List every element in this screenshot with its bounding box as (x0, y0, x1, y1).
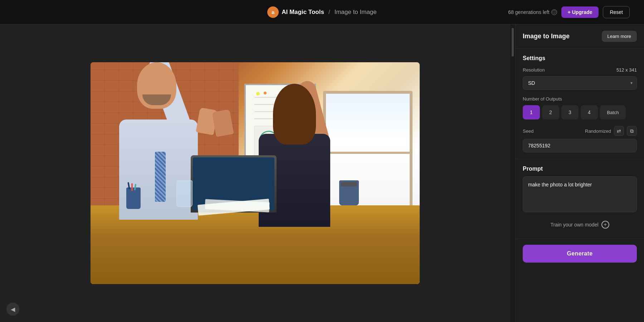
generations-counter: 68 generations left ⓘ (508, 9, 557, 15)
panel-header: Image to Image Learn more (523, 31, 637, 42)
canvas-scrollbar[interactable] (510, 24, 515, 322)
page-name: Image to Image (335, 9, 377, 16)
settings-label: Settings (523, 55, 637, 62)
nav-circle[interactable]: ◀ (6, 303, 19, 316)
num-outputs-label: Number of Outputs (523, 96, 637, 102)
seed-value-box[interactable]: 78255192 (523, 139, 637, 152)
canvas-area: ◀ (0, 24, 510, 322)
person-left-head (137, 62, 176, 109)
resolution-row: Resolution 512 x 341 (523, 67, 637, 73)
num-btn-batch[interactable]: Batch (600, 105, 626, 119)
resolution-label: Resolution (523, 67, 545, 73)
seed-right: Randomized ⇄ ⧉ (585, 126, 637, 136)
num-btn-1[interactable]: 1 (523, 105, 540, 119)
num-btn-2[interactable]: 2 (542, 105, 559, 119)
coffee-cup (339, 180, 359, 205)
main-content: ◀ Image to Image Learn more Settings Res… (0, 24, 644, 322)
prompt-label: Prompt (523, 166, 637, 172)
resolution-select-wrapper: SD HD Full HD ▾ (523, 76, 637, 90)
shuffle-icon: ⇄ (617, 128, 621, 134)
train-model-row[interactable]: Train your own model + (523, 219, 637, 232)
topbar-right: 68 generations left ⓘ + Upgrade Reset (508, 6, 630, 18)
app-icon: a (267, 6, 279, 18)
upgrade-button[interactable]: + Upgrade (561, 6, 599, 18)
settings-section: Settings Resolution 512 x 341 SD HD Full… (516, 49, 644, 159)
info-icon[interactable]: ⓘ (551, 9, 557, 15)
breadcrumb-separator: / (328, 9, 330, 16)
train-model-label: Train your own model (550, 222, 598, 228)
pen-holder (126, 187, 141, 209)
breadcrumb: a AI Magic Tools / Image to Image (267, 6, 377, 18)
water-glass (176, 180, 192, 207)
scroll-thumb (512, 28, 514, 57)
plus-icon: + (601, 221, 609, 229)
seed-row: Seed Randomized ⇄ ⧉ (523, 126, 637, 136)
seed-label: Seed (523, 128, 533, 134)
resolution-value: 512 x 341 (616, 67, 637, 73)
hand-right (212, 109, 234, 137)
right-panel: Image to Image Learn more Settings Resol… (515, 24, 644, 322)
prompt-textarea[interactable]: make the photo a lot brighter (523, 176, 637, 212)
learn-more-button[interactable]: Learn more (602, 31, 637, 42)
person-hair (273, 84, 316, 145)
topbar: a AI Magic Tools / Image to Image 68 gen… (0, 0, 644, 24)
seed-shuffle-button[interactable]: ⇄ (614, 126, 624, 136)
highfive-hands (198, 109, 234, 137)
generate-button[interactable]: Generate (523, 245, 637, 263)
num-btn-3[interactable]: 3 (561, 105, 579, 119)
resolution-select[interactable]: SD HD Full HD (523, 76, 637, 90)
tie (155, 152, 166, 202)
panel-header-section: Image to Image Learn more (516, 24, 644, 49)
seed-copy-button[interactable]: ⧉ (627, 126, 637, 136)
tool-name: AI Magic Tools (282, 9, 324, 16)
num-outputs-buttons: 1 2 3 4 Batch (523, 105, 637, 119)
panel-title: Image to Image (523, 33, 570, 40)
image-container[interactable] (91, 62, 420, 284)
reset-button[interactable]: Reset (603, 6, 630, 18)
num-btn-4[interactable]: 4 (581, 105, 598, 119)
generate-btn-wrapper: Generate (516, 239, 644, 268)
office-image (91, 62, 420, 284)
copy-icon: ⧉ (630, 128, 634, 134)
prompt-section: Prompt make the photo a lot brighter Tra… (516, 159, 644, 239)
seed-randomized-text: Randomized (585, 128, 611, 134)
